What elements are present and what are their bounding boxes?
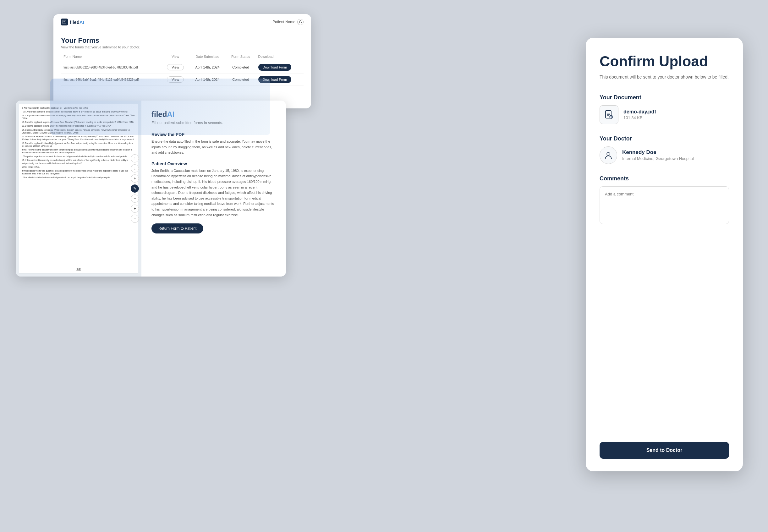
forms-top-bar: filedAI Patient Name (53, 14, 311, 30)
col-header-status: Form Status (226, 53, 255, 61)
pdf-logo-ai: AI (167, 110, 174, 118)
comment-input[interactable] (600, 186, 729, 224)
pdf-tagline: Fill out patient-submitted forms in seco… (151, 121, 276, 125)
pdf-viewer: 9. Are you currently treating this appli… (16, 101, 141, 277)
document-icon (600, 105, 618, 124)
user-info: Patient Name (272, 19, 304, 25)
col-header-view: View (162, 53, 189, 61)
status-cell: Completed (226, 61, 255, 74)
date-cell: April 14th, 2024 (189, 74, 226, 86)
download-cell: Download Form (256, 74, 304, 86)
col-header-date: Date Submitted (189, 53, 226, 61)
document-name: demo-day.pdf (623, 109, 656, 115)
confirm-window: Confirm Upload This document will be sen… (586, 38, 743, 471)
view-cell: View (162, 61, 189, 74)
pdf-description: filedAI Fill out patient-submitted forms… (141, 101, 286, 277)
forms-title: Your Forms (61, 36, 304, 45)
comments-section-title: Comments (600, 175, 729, 182)
pdf-question: Side effects include dizziness and fatig… (22, 176, 135, 179)
doctor-avatar (600, 146, 617, 164)
document-card: demo-day.pdf 101.34 KB (600, 105, 729, 124)
download-button[interactable]: Download Form (258, 64, 292, 71)
forms-subtitle: View the forms that you've submitted to … (61, 45, 304, 49)
document-size: 101.34 KB (623, 115, 656, 120)
user-icon (297, 19, 304, 25)
pdf-section-title: Patient Overview (151, 161, 276, 166)
pdf-page: 9. Are you currently treating this appli… (19, 104, 138, 273)
pdf-question: 9. Are you currently treating this appli… (22, 107, 135, 109)
pdf-section-title: Review the PDF (151, 132, 276, 137)
pdf-question: 14. Check all that apply: ☐ Manual Wheel… (22, 129, 135, 134)
pdf-question: ☑ Yes ☐ No ☐ N/A (22, 166, 135, 168)
pdf-question: 12. Does the applicant require a Persona… (22, 121, 135, 123)
pdf-question: If you selected yes for this question, p… (22, 169, 135, 175)
send-to-doctor-button[interactable]: Send to Doctor (600, 442, 729, 459)
pdf-question: 10. And/or can complete the assessment a… (22, 110, 135, 113)
pdf-section-body: John Smith, a Caucasian male born on Jan… (151, 168, 276, 218)
pdf-question: If yes, HOW does the disability or healt… (22, 148, 135, 154)
pdf-question: The patient experiences frequent dizzine… (22, 155, 135, 158)
pdf-question: 16. Does the applicant's disability(ies)… (22, 142, 135, 147)
col-header-download: Download (256, 53, 304, 61)
view-button[interactable]: View (167, 76, 184, 83)
download-cell: Download Form (256, 61, 304, 74)
doctor-card: Kennedy Doe Internal Medicine, Georgetow… (600, 146, 729, 164)
pdf-logo: filedAI (151, 110, 276, 119)
zoom-in-btn[interactable]: + (131, 205, 139, 213)
doctor-section-title: Your Doctor (600, 135, 729, 142)
patient-name-label: Patient Name (272, 20, 295, 24)
form-name: first-last-8b08d228-e680-4b3f-bfed-b3782… (61, 61, 162, 74)
logo-text: filedAI (70, 19, 84, 25)
pdf-question: 11. If applicant has a seizure disorder … (22, 114, 135, 120)
form-name: first-last-946b6abf-3ca1-484c-9126-ea9fd… (61, 74, 162, 86)
doctor-name: Kennedy Doe (622, 149, 694, 156)
forms-window: filedAI Patient Name Your Forms View the… (53, 14, 311, 108)
view-button[interactable]: View (167, 64, 184, 70)
pdf-question: 15. What is the expected duration of the… (22, 135, 135, 141)
view-cell: View (162, 74, 189, 86)
pdf-window: 9. Are you currently treating this appli… (16, 101, 286, 277)
edit-btn[interactable]: ✎ (131, 184, 139, 193)
pdf-section-body: Ensure the data autofilled in the form i… (151, 139, 276, 156)
svg-point-12 (607, 152, 610, 156)
confirm-title: Confirm Upload (600, 53, 729, 69)
cursor-btn[interactable]: ⌖ (131, 195, 139, 203)
scroll-up-btn[interactable]: ↑ (131, 154, 139, 162)
confirm-subtitle: This document will be sent to your docto… (600, 74, 729, 80)
forms-table: Form Name View Date Submitted Form Statu… (61, 53, 304, 86)
logo-ai-text: AI (80, 19, 84, 25)
forms-content: Your Forms View the forms that you've su… (53, 30, 311, 92)
pdf-question: 17. If this applicant is currently on me… (22, 159, 135, 164)
scroll-down-btn[interactable]: ↓ (131, 164, 139, 173)
return-form-button[interactable]: Return Form to Patient (151, 223, 203, 233)
add-field-btn[interactable]: + (131, 174, 139, 183)
pdf-question: 13. Does the applicant require any of th… (22, 124, 135, 127)
table-row: first-last-946b6abf-3ca1-484c-9126-ea9fd… (61, 74, 304, 86)
logo-icon (61, 19, 68, 25)
document-section-title: Your Document (600, 94, 729, 101)
pdf-controls: ↑ ↓ + ✎ ⌖ + − (131, 154, 139, 223)
doctor-info: Kennedy Doe Internal Medicine, Georgetow… (622, 149, 694, 161)
pdf-page-num: 3/5 (76, 268, 81, 271)
logo: filedAI (61, 19, 84, 25)
status-cell: Completed (226, 74, 255, 86)
date-cell: April 14th, 2024 (189, 61, 226, 74)
doctor-specialty: Internal Medicine, Georgetown Hospital (622, 156, 694, 161)
document-info: demo-day.pdf 101.34 KB (623, 109, 656, 120)
col-header-name: Form Name (61, 53, 162, 61)
table-row: first-last-8b08d228-e680-4b3f-bfed-b3782… (61, 61, 304, 74)
download-button[interactable]: Download Form (258, 76, 292, 83)
zoom-out-btn[interactable]: − (131, 215, 139, 223)
